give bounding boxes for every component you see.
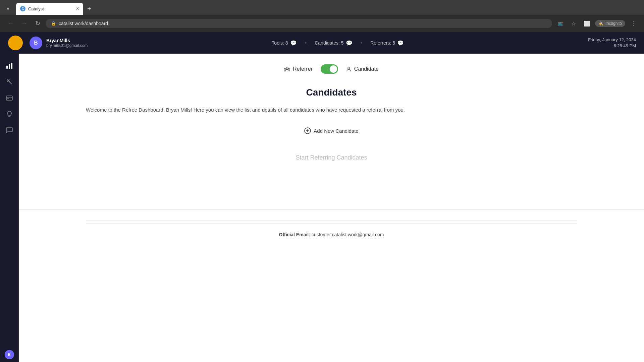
date-text: Friday, January 12, 2024 <box>588 37 636 43</box>
profile-icon[interactable]: ⬜ <box>582 18 592 29</box>
svg-point-13 <box>348 67 350 69</box>
svg-point-12 <box>288 68 290 69</box>
add-candidate-button[interactable]: Add New Candidate <box>304 127 358 134</box>
app-logo <box>8 36 23 50</box>
svg-point-10 <box>286 67 288 69</box>
incognito-icon: 🕵 <box>598 21 603 26</box>
sidebar-item-card[interactable] <box>3 91 16 105</box>
sidebar-item-message[interactable] <box>3 123 16 137</box>
user-name: BryanMills <box>46 38 88 43</box>
new-tab-button[interactable]: + <box>85 4 94 13</box>
sidebar-item-tools[interactable] <box>3 75 16 88</box>
referrers-label: Referrers: 5 <box>370 40 395 46</box>
menu-button[interactable]: ⋮ <box>628 18 639 29</box>
svg-rect-5 <box>6 96 12 100</box>
candidates-icon: 💬 <box>346 40 353 46</box>
stat-divider-1: • <box>305 40 307 46</box>
avatar: B <box>30 37 42 49</box>
incognito-label: Incognito <box>605 21 622 26</box>
user-email: bry.mills01@gmail.com <box>46 43 88 48</box>
footer: Official Email: customer.catalist.work@g… <box>19 209 644 251</box>
sidebar: B <box>0 54 19 362</box>
official-email-label: Official Email: <box>279 232 310 237</box>
empty-state: Start Referring Candidates <box>86 154 577 161</box>
tab-favicon: C <box>20 6 25 11</box>
browser-tab[interactable]: C Catalyst × <box>16 3 83 15</box>
empty-state-label: Start Referring Candidates <box>296 154 367 161</box>
reload-button[interactable]: ↻ <box>32 18 43 29</box>
view-mode-toggle[interactable] <box>321 64 338 74</box>
forward-button[interactable]: → <box>19 18 30 29</box>
time-text: 6:28:49 PM <box>588 43 636 49</box>
referrer-toggle-label: Referrer <box>284 66 313 72</box>
url-text: catalist.work/dashboard <box>59 21 108 26</box>
tab-close-button[interactable]: × <box>76 6 79 11</box>
page-title: Candidates <box>86 87 577 98</box>
app-header: B BryanMills bry.mills01@gmail.com Tools… <box>0 32 644 54</box>
footer-divider-top <box>86 221 577 221</box>
tools-icon: 💬 <box>290 40 297 46</box>
stat-divider-2: • <box>361 40 363 46</box>
header-stats: Tools: 8 💬 • Candidates: 5 💬 • Referrers… <box>272 40 404 46</box>
back-button[interactable]: ← <box>5 18 16 29</box>
add-icon <box>304 127 311 134</box>
sidebar-user-avatar[interactable]: B <box>5 350 14 359</box>
sidebar-item-bulb[interactable] <box>3 107 16 121</box>
official-email-value: customer.catalist.work@gmail.com <box>312 232 384 237</box>
tools-label: Tools: 8 <box>272 40 288 46</box>
tools-stat: Tools: 8 💬 <box>272 40 297 46</box>
candidate-icon <box>346 66 352 72</box>
page-description: Welcome to the Refree Dashboard, Bryan M… <box>86 106 577 114</box>
referrer-icon <box>284 66 290 72</box>
add-candidate-label: Add New Candidate <box>314 128 358 134</box>
main-content: Referrer Candidate Candidates Welcome to… <box>19 54 644 362</box>
incognito-badge: 🕵 Incognito <box>595 20 625 27</box>
referrers-icon: 💬 <box>397 40 404 46</box>
candidates-stat: Candidates: 5 💬 <box>315 40 352 46</box>
url-bar[interactable]: 🔒 catalist.work/dashboard <box>46 19 552 28</box>
svg-rect-2 <box>9 64 10 69</box>
svg-rect-1 <box>6 66 8 69</box>
candidate-toggle-label: Candidate <box>346 66 379 72</box>
referrers-stat: Referrers: 5 💬 <box>370 40 404 46</box>
footer-email: Official Email: customer.catalist.work@g… <box>86 227 577 243</box>
lock-icon: 🔒 <box>51 21 56 26</box>
bookmark-icon[interactable]: ☆ <box>568 18 579 29</box>
candidates-label: Candidates: 5 <box>315 40 343 46</box>
tab-list-btn[interactable]: ▼ <box>3 3 13 14</box>
cast-icon[interactable]: 📺 <box>555 18 566 29</box>
svg-point-11 <box>284 68 286 69</box>
view-toggle-section: Referrer Candidate <box>19 54 644 79</box>
sidebar-item-chart[interactable] <box>3 59 16 72</box>
header-datetime: Friday, January 12, 2024 6:28:49 PM <box>588 37 636 49</box>
page-body: Candidates Welcome to the Refree Dashboa… <box>19 79 644 189</box>
footer-divider-bottom <box>86 224 577 224</box>
svg-rect-3 <box>11 63 12 69</box>
tab-title: Catalyst <box>28 6 73 11</box>
user-info: B BryanMills bry.mills01@gmail.com <box>30 37 88 49</box>
